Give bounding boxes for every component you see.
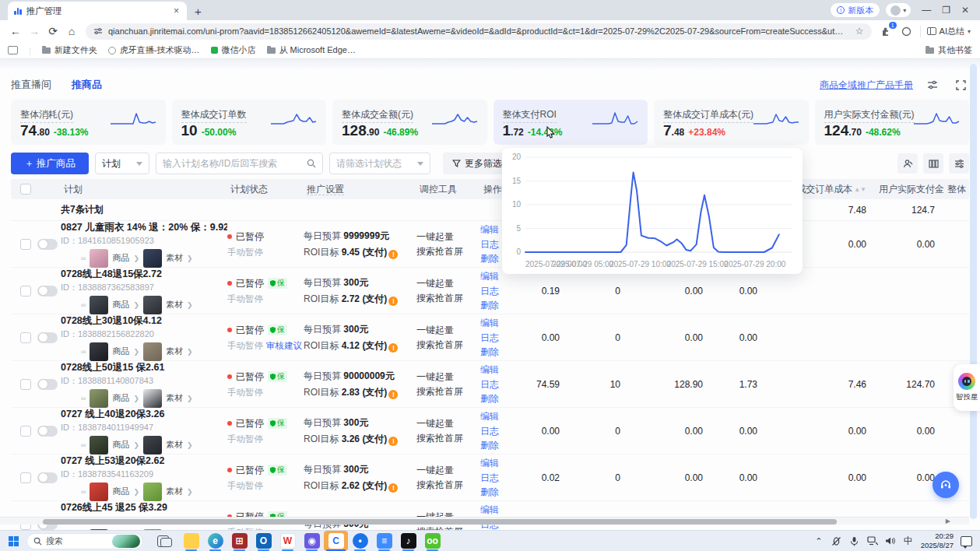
stat-card[interactable]: 整体成交订单数 10-50.00% (172, 100, 327, 145)
row-checkbox[interactable] (20, 286, 31, 297)
table-horizontal-scrollbar[interactable]: ▶ (0, 517, 969, 525)
material-thumbnail[interactable] (143, 436, 162, 454)
status-filter-select[interactable]: 请筛选计划状态 (329, 153, 430, 174)
task-view-button[interactable] (154, 532, 173, 549)
search-top-screen-link[interactable]: 搜索抢首屏 (416, 384, 480, 399)
search-top-screen-link[interactable]: 搜索抢首屏 (416, 244, 480, 259)
scrollbar-thumb[interactable] (43, 519, 837, 525)
material-thumbnail[interactable] (143, 483, 162, 501)
warning-icon[interactable]: ! (388, 390, 398, 399)
table-row[interactable]: 0728线上50退15 保2.61 ID：1838881140807843 ∞ … (11, 361, 969, 408)
table-row[interactable]: 0727 线上40退20保3.26 ID：1838784011949947 ∞ … (11, 408, 969, 454)
address-bar[interactable]: qianchuan.jinritemai.com/uni-prom?aavid=… (86, 23, 872, 40)
browser-profile-button[interactable]: ▾ (886, 3, 911, 17)
notification-center-icon[interactable] (961, 536, 972, 546)
log-link[interactable]: 日志 (480, 331, 525, 346)
plan-enable-toggle[interactable] (37, 239, 58, 250)
col-plan-status[interactable]: 计划状态 (227, 183, 304, 196)
volume-icon[interactable] (885, 535, 896, 547)
product-link[interactable]: 商品 (112, 486, 129, 497)
search-top-screen-link[interactable]: 搜索抢首屏 (416, 431, 480, 446)
custom-audience-icon[interactable] (897, 153, 918, 174)
forward-button[interactable]: → (25, 22, 44, 40)
more-filters-button[interactable]: 更多筛选 (443, 153, 511, 174)
product-link[interactable]: 商品 (112, 346, 129, 357)
bookmark-item[interactable]: 微信小店 (211, 44, 256, 56)
row-checkbox[interactable] (20, 379, 31, 390)
table-row[interactable]: 0728线上48退15保2.72 ID：1838887362583897 ∞ 商… (11, 268, 969, 314)
scroll-right-arrow[interactable]: ▶ (946, 518, 950, 525)
warning-icon[interactable]: ! (388, 250, 398, 259)
delete-link[interactable]: 删除 (480, 438, 525, 453)
table-row[interactable]: 0727 线上53退20保2.62 ID：1838783541163209 ∞ … (11, 454, 969, 501)
column-settings-icon[interactable] (923, 153, 943, 174)
edit-link[interactable]: 编辑 (480, 316, 525, 331)
search-top-screen-link[interactable]: 搜索抢首屏 (416, 478, 480, 493)
metric-settings-icon[interactable] (924, 76, 941, 93)
window-close-button[interactable]: ✕ (961, 5, 969, 16)
row-checkbox[interactable] (20, 426, 31, 437)
taskbar-app-blue-square-app[interactable]: ≡ (372, 531, 396, 551)
stat-card[interactable]: 用户实际支付金额(元) 124.70-48.62% (815, 100, 970, 145)
table-row[interactable]: 0827 儿童雨衣 14% 退：20% 保：9.92 ID：1841610851… (11, 221, 969, 268)
col-promo-settings[interactable]: 推广设置 (304, 183, 416, 196)
warning-icon[interactable]: ! (388, 343, 398, 353)
edit-link[interactable]: 编辑 (480, 363, 525, 377)
other-bookmarks-button[interactable]: 其他书签 (926, 44, 972, 56)
edit-link[interactable]: 编辑 (480, 409, 525, 424)
stat-card[interactable]: 整体消耗(元) 74.80-38.13% (11, 100, 166, 145)
plan-search[interactable] (156, 153, 323, 174)
news-widget-thumbnail[interactable] (112, 535, 140, 548)
search-top-screen-link[interactable]: 搜索抢首屏 (416, 291, 480, 306)
extension-icon[interactable]: 1 (880, 24, 894, 38)
plan-enable-toggle[interactable] (37, 426, 58, 437)
product-thumbnail[interactable] (90, 342, 108, 361)
taskbar-app-blue-circle-app[interactable]: • (348, 531, 372, 551)
page-scrollbar[interactable] (970, 64, 977, 519)
table-settings-icon[interactable] (949, 153, 969, 174)
bookmark-star-icon[interactable]: ☆ (855, 26, 864, 37)
product-link[interactable]: 商品 (112, 439, 129, 451)
row-checkbox[interactable] (20, 332, 31, 343)
search-top-screen-link[interactable]: 搜索抢首屏 (416, 338, 480, 353)
warning-icon[interactable]: ! (388, 483, 398, 493)
plan-enable-toggle[interactable] (37, 379, 58, 390)
log-link[interactable]: 日志 (480, 424, 525, 439)
product-thumbnail[interactable] (90, 249, 108, 268)
network-icon[interactable] (867, 535, 878, 547)
window-restore-button[interactable]: ❐ (942, 5, 950, 16)
reload-button[interactable]: ⟳ (44, 22, 62, 40)
product-link[interactable]: 商品 (112, 392, 129, 404)
sort-icon[interactable]: ▲▼ (854, 186, 866, 193)
product-link[interactable]: 商品 (112, 299, 129, 311)
review-suggestion-link[interactable]: 审核建议 (266, 341, 302, 350)
new-version-button[interactable]: !新版本 (831, 3, 880, 17)
search-input[interactable] (163, 158, 302, 169)
extensions-puzzle-icon[interactable] (900, 24, 914, 38)
product-thumbnail[interactable] (90, 389, 108, 408)
taskbar-app-purple-app[interactable]: ◉ (300, 531, 324, 551)
delete-link[interactable]: 删除 (480, 391, 525, 406)
product-thumbnail[interactable] (90, 436, 108, 454)
ai-summary-button[interactable]: AI总结 ▾ (920, 26, 971, 37)
window-minimize-button[interactable]: — (922, 5, 931, 16)
promote-product-button[interactable]: ＋推广商品 (11, 153, 89, 174)
one-click-boost-link[interactable]: 一键起量 (416, 230, 480, 244)
material-thumbnail[interactable] (143, 389, 162, 408)
log-link[interactable]: 日志 (480, 471, 525, 486)
customer-support-button[interactable] (933, 472, 959, 498)
material-thumbnail[interactable] (143, 296, 162, 314)
material-link[interactable]: 素材 (166, 439, 183, 451)
one-click-boost-link[interactable]: 一键起量 (416, 370, 480, 384)
manual-link[interactable]: 商品全域推广产品手册 (820, 79, 913, 92)
material-thumbnail[interactable] (143, 249, 162, 268)
taskbar-app-wechat[interactable]: oo (420, 531, 444, 551)
delete-link[interactable]: 删除 (480, 298, 525, 313)
material-link[interactable]: 素材 (166, 486, 183, 497)
bookmark-item[interactable]: 新建文件夹 (42, 44, 97, 56)
taskbar-app-microsoft-store[interactable]: ⊞ (227, 531, 251, 551)
plan-type-select[interactable]: 计划 (95, 153, 149, 174)
zhitouxing-widget[interactable]: 智投星 (954, 364, 980, 411)
back-button[interactable]: ← (6, 22, 25, 40)
tab-groups-icon[interactable] (8, 46, 18, 54)
